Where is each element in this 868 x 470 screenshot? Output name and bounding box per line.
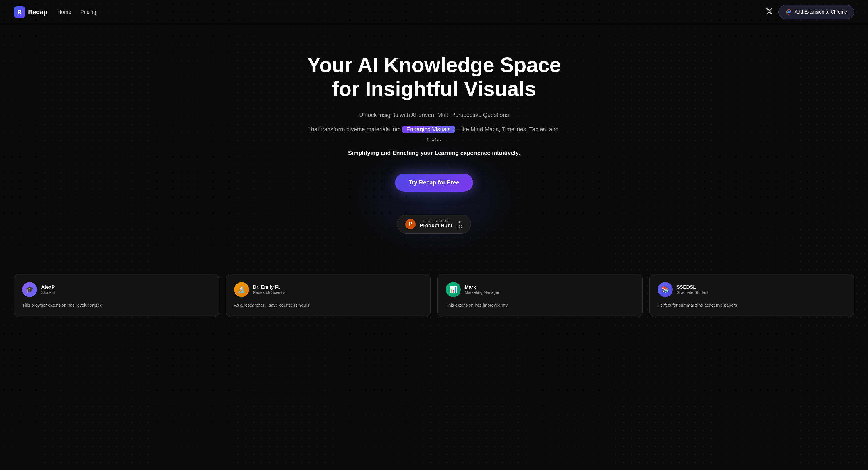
testimonial-card-1: 🔬 Dr. Emily R. Research Scientist As a r… — [226, 274, 431, 317]
testimonial-text-1: As a researcher, I save countless hours — [234, 302, 423, 309]
product-hunt-text: FEATURED ON Product Hunt — [420, 219, 453, 229]
testimonial-card-2: 📊 Mark Marketing Manager This extension … — [437, 274, 643, 317]
hero-subtitle-3: Simplifying and Enriching your Learning … — [302, 150, 566, 156]
testimonial-text-0: This browser extension has revolutionize… — [22, 302, 211, 309]
hero-section: Your AI Knowledge Space for Insightful V… — [290, 24, 578, 274]
engaging-visuals-highlight: Engaging Visuals — [402, 126, 455, 133]
testimonial-role-0: Student — [41, 290, 55, 295]
testimonial-text-3: Perfect for summarizing academic papers — [658, 302, 846, 309]
product-hunt-votes: ▲ 477 — [456, 219, 463, 229]
testimonial-role-2: Marketing Manager — [465, 290, 499, 295]
testimonial-name-1: Dr. Emily R. — [253, 284, 287, 290]
avatar-1: 🔬 — [234, 282, 249, 297]
navbar: R Recap Home Pricing Add Extension to Ch… — [0, 0, 868, 24]
logo-text: Recap — [28, 8, 47, 16]
product-hunt-logo: P — [405, 219, 415, 229]
testimonial-header-3: 📚 SSEDSL Graduate Student — [658, 282, 846, 297]
hero-title: Your AI Knowledge Space for Insightful V… — [302, 53, 566, 101]
pricing-link[interactable]: Pricing — [81, 9, 96, 15]
chrome-icon — [785, 9, 792, 15]
testimonial-name-3: SSEDSL — [677, 284, 709, 290]
testimonial-text-2: This extension has improved my — [446, 302, 634, 309]
try-recap-button[interactable]: Try Recap for Free — [395, 174, 473, 192]
hero-subtitle-1: Unlock Insights with AI-driven, Multi-Pe… — [302, 110, 566, 120]
twitter-icon[interactable] — [766, 8, 773, 17]
nav-left: R Recap Home Pricing — [14, 6, 96, 18]
nav-links: Home Pricing — [57, 9, 96, 15]
testimonial-role-1: Research Scientist — [253, 290, 287, 295]
testimonial-header-1: 🔬 Dr. Emily R. Research Scientist — [234, 282, 423, 297]
testimonial-name-2: Mark — [465, 284, 499, 290]
home-link[interactable]: Home — [57, 9, 71, 15]
testimonial-name-0: AlexP — [41, 284, 55, 290]
testimonial-card-0: 🎓 AlexP Student This browser extension h… — [14, 274, 219, 317]
logo[interactable]: R Recap — [14, 6, 47, 18]
avatar-3: 📚 — [658, 282, 673, 297]
testimonial-header-0: 🎓 AlexP Student — [22, 282, 211, 297]
testimonial-role-3: Graduate Student — [677, 290, 709, 295]
svg-point-0 — [787, 11, 789, 13]
hero-subtitle-2: that transform diverse materials into En… — [302, 124, 566, 144]
testimonial-header-2: 📊 Mark Marketing Manager — [446, 282, 634, 297]
product-hunt-badge[interactable]: P FEATURED ON Product Hunt ▲ 477 — [397, 215, 471, 233]
add-extension-button[interactable]: Add Extension to Chrome — [778, 5, 854, 19]
logo-icon: R — [14, 6, 25, 18]
testimonial-card-3: 📚 SSEDSL Graduate Student Perfect for su… — [649, 274, 855, 317]
add-extension-label: Add Extension to Chrome — [795, 9, 847, 14]
testimonials-section: 🎓 AlexP Student This browser extension h… — [0, 274, 868, 317]
avatar-0: 🎓 — [22, 282, 37, 297]
nav-right: Add Extension to Chrome — [766, 5, 854, 19]
avatar-2: 📊 — [446, 282, 461, 297]
